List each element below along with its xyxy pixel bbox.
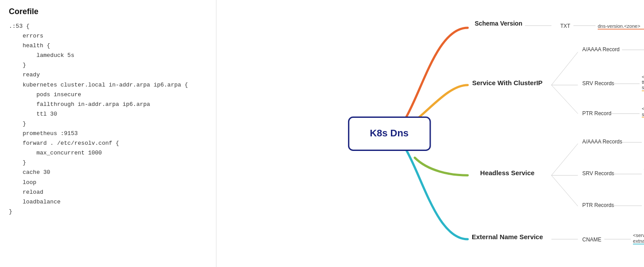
svg-line-14 <box>551 175 578 206</box>
schema-version-label: Schema Version <box>475 20 523 27</box>
clusterip-record3-type: PTR Record <box>582 110 611 117</box>
clusterip-record2-desc2: ttl> IN SRV <priority> <weight> <port-nu… <box>642 79 644 85</box>
corefile-code: .:53 { errors health { lameduck 5s } rea… <box>9 22 207 217</box>
clusterip-record2-type: SRV Records <box>582 80 614 86</box>
clusterip-record1-type: A/AAAA Record <box>582 46 620 53</box>
headless-record2-type: SRV Records <box>582 170 614 177</box>
external-name-desc: <service>.<ns>.svc.<zone>. <ttl> IN CNAM… <box>633 233 644 238</box>
mindmap-panel: K8s Dns Schema Version TXT dns-version.<… <box>216 0 644 267</box>
external-name-desc2: extname>. <box>633 238 644 244</box>
clusterip-record2-desc3: service>.<ns>.svc.<zone>. <box>642 85 644 90</box>
center-label: K8s Dns <box>370 128 409 139</box>
schema-type: TXT <box>560 23 570 29</box>
external-name-label: External Name Service <box>472 233 543 241</box>
headless-record3-type: PTR Records <box>582 202 614 208</box>
mindmap-svg: K8s Dns Schema Version TXT dns-version.<… <box>216 0 644 267</box>
headless-service-label: Headless Service <box>480 169 534 177</box>
clusterip-record3-desc2: service>.<ns>.svc.<zone>. <box>642 112 644 117</box>
external-name-type: CNAME <box>582 237 601 243</box>
svg-line-5 <box>551 85 578 114</box>
headless-record1-type: A/AAAA Records <box>582 139 622 145</box>
left-panel: Corefile .:53 { errors health { lameduck… <box>0 0 216 267</box>
service-clusterip-label: Service With ClusterIP <box>472 79 542 86</box>
clusterip-record2-desc: <port>._<proto>.<service>.<ns>.svc.<zone… <box>642 74 644 79</box>
svg-line-3 <box>551 52 578 85</box>
panel-title: Corefile <box>9 7 207 16</box>
clusterip-record3-desc: <d>.<c>.<b>.<a>.in-addr.arpa. <ttl> IN P… <box>642 106 644 111</box>
svg-line-12 <box>551 143 578 175</box>
schema-desc: dns-version.<zone> <box>598 23 640 29</box>
